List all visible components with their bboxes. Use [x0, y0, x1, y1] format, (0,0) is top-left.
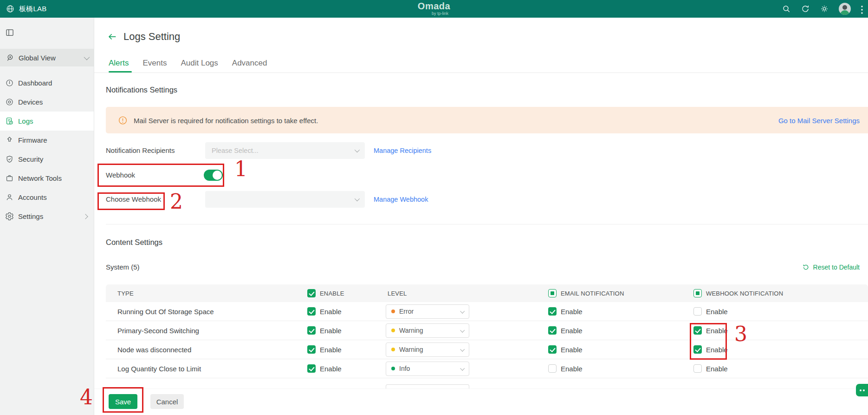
level-value: Warning — [399, 346, 423, 353]
back-arrow-icon[interactable] — [107, 32, 117, 42]
system-group-title: System (5) — [106, 262, 140, 272]
sidebar-item-security[interactable]: Security — [0, 150, 94, 169]
tab-advanced[interactable]: Advanced — [232, 58, 267, 69]
sidebar-item-label: Devices — [18, 98, 43, 106]
checkbox[interactable] — [693, 345, 702, 354]
devices-icon — [5, 98, 14, 106]
manage-recipients-link[interactable]: Manage Recipients — [374, 142, 431, 159]
main-content: Logs Setting Alerts Events Audit Logs Ad… — [94, 18, 868, 415]
sidebar-collapse-icon[interactable] — [5, 28, 14, 37]
notification-recipients-label: Notification Recipients — [106, 142, 175, 159]
sidebar-item-accounts[interactable]: Accounts — [0, 188, 94, 207]
banner-message: Mail Server is required for notification… — [134, 116, 318, 124]
section-divider — [106, 224, 868, 224]
sidebar-item-settings[interactable]: Settings — [0, 207, 94, 226]
avatar[interactable] — [839, 3, 851, 15]
enable-label: Enable — [320, 327, 342, 335]
enable-label: Enable — [561, 365, 583, 373]
cancel-button[interactable]: Cancel — [150, 394, 184, 409]
tab-events[interactable]: Events — [143, 58, 167, 69]
enable-label: Enable — [561, 308, 583, 316]
recipients-select[interactable]: Please Select... — [205, 142, 365, 159]
tab-audit-logs[interactable]: Audit Logs — [181, 58, 218, 69]
brightness-icon[interactable] — [820, 4, 829, 13]
column-header-type: TYPE — [106, 290, 307, 297]
checkbox[interactable] — [693, 326, 702, 335]
checkbox[interactable] — [548, 345, 557, 354]
choose-webhook-label: Choose Webhook — [106, 191, 161, 208]
column-header-webhook-notification: WEBHOOK NOTIFICATION — [706, 290, 783, 297]
reset-to-default-button[interactable]: Reset to Default — [802, 262, 860, 272]
sidebar-item-label: Settings — [18, 212, 43, 220]
go-to-mail-server-settings-link[interactable]: Go to Mail Server Settings — [778, 116, 860, 124]
enable-all-checkbox[interactable] — [307, 289, 316, 297]
enable-label: Enable — [706, 365, 728, 373]
checkbox[interactable] — [548, 307, 557, 316]
recipients-placeholder: Please Select... — [212, 147, 259, 154]
tab-alerts[interactable]: Alerts — [109, 58, 129, 69]
sidebar-item-devices[interactable]: Devices — [0, 92, 94, 112]
sidebar-item-firmware[interactable]: Firmware — [0, 131, 94, 150]
checkbox[interactable] — [307, 345, 316, 354]
sidebar-item-label: Firmware — [18, 136, 47, 144]
level-dot — [391, 329, 395, 332]
checkbox[interactable] — [307, 364, 316, 373]
choose-webhook-row: Choose Webhook Manage Webhook — [94, 191, 868, 208]
column-header-email-notification: EMAIL NOTIFICATION — [561, 290, 624, 297]
mail-server-banner: Mail Server is required for notification… — [106, 107, 868, 133]
content-settings-heading: Content Settings — [106, 238, 162, 247]
site-name: 板橋LAB — [19, 5, 46, 13]
chevron-right-icon — [83, 214, 88, 219]
sidebar-item-label: Accounts — [18, 193, 47, 201]
tabs-divider — [94, 72, 868, 73]
enable-label: Enable — [320, 346, 342, 354]
sidebar-item-network-tools[interactable]: Network Tools — [0, 169, 94, 188]
chevron-down-icon — [355, 196, 360, 201]
table-row: Running Out Of Storage SpaceEnableErrorE… — [106, 302, 868, 321]
refresh-icon[interactable] — [801, 4, 810, 13]
checkbox[interactable] — [693, 364, 702, 373]
checkbox[interactable] — [548, 364, 557, 373]
page-title: Logs Setting — [123, 31, 180, 43]
email-notification-all-checkbox[interactable] — [548, 289, 557, 297]
checkbox[interactable] — [548, 326, 557, 335]
chevron-down-icon — [460, 309, 465, 313]
sidebar-item-dashboard[interactable]: Dashboard — [0, 73, 94, 92]
global-view-icon — [6, 53, 14, 62]
webhook-notification-all-checkbox[interactable] — [693, 289, 702, 297]
alert-type: Running Out Of Storage Space — [106, 308, 307, 316]
level-value: Error — [399, 308, 414, 315]
search-icon[interactable] — [782, 4, 791, 13]
enable-label: Enable — [561, 327, 583, 335]
level-dot — [391, 348, 395, 351]
level-select[interactable]: Warning — [386, 343, 469, 357]
chevron-down-icon — [460, 328, 465, 332]
security-icon — [5, 155, 14, 164]
level-select[interactable]: Error — [386, 304, 469, 319]
sidebar-menu: DashboardDevicesLogsFirmwareSecurityNetw… — [0, 73, 94, 226]
level-select[interactable]: Info — [386, 362, 469, 376]
accounts-icon — [5, 193, 14, 202]
sidebar-item-logs[interactable]: Logs — [0, 112, 94, 131]
manage-webhook-link[interactable]: Manage Webhook — [374, 191, 428, 208]
network-tools-icon — [5, 174, 14, 183]
site-selector[interactable]: Global View — [0, 49, 94, 66]
settings-icon — [5, 212, 14, 221]
level-dot — [391, 310, 395, 313]
enable-label: Enable — [706, 346, 728, 354]
checkbox[interactable] — [307, 307, 316, 316]
checkbox[interactable] — [307, 326, 316, 335]
enable-label: Enable — [561, 346, 583, 354]
table-row: Primary-Second SwitchingEnableWarningEna… — [106, 321, 868, 340]
webhook-toggle[interactable] — [204, 170, 223, 181]
checkbox[interactable] — [693, 307, 702, 316]
level-select[interactable]: Warning — [386, 323, 469, 338]
enable-label: Enable — [320, 308, 342, 316]
level-value: Info — [399, 365, 410, 372]
site-selector-label: Global View — [19, 54, 56, 62]
save-button[interactable]: Save — [109, 394, 137, 409]
kebab-menu-icon[interactable] — [861, 4, 863, 13]
choose-webhook-select[interactable] — [205, 191, 365, 208]
webhook-row: Webhook — [94, 170, 868, 181]
chat-fab-button[interactable] — [856, 384, 868, 396]
